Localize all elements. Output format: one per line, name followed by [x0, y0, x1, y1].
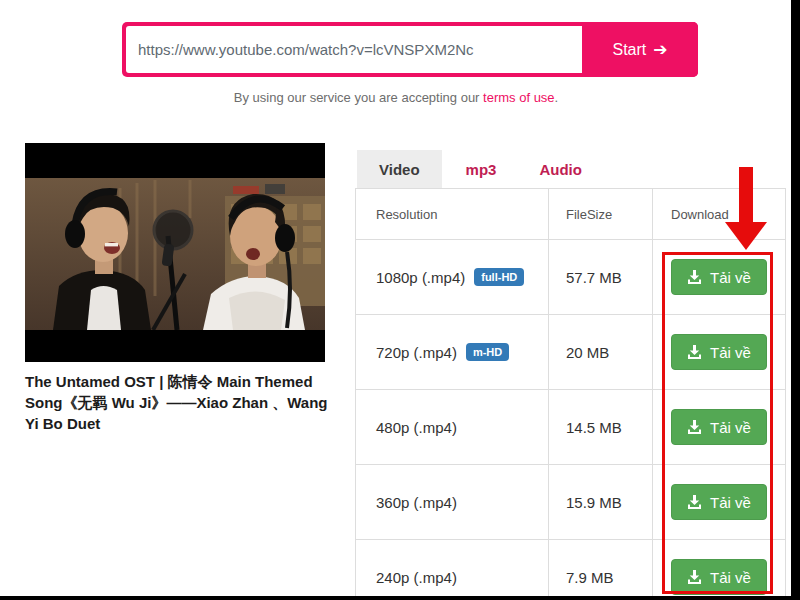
- annotation-arrow-head: [725, 222, 767, 250]
- filesize-cell: 14.5 MB: [566, 419, 622, 436]
- header-resolution: Resolution: [356, 189, 549, 239]
- start-button[interactable]: Start ➔: [582, 22, 698, 77]
- header-filesize: FileSize: [549, 189, 653, 239]
- filesize-cell: 15.9 MB: [566, 494, 622, 511]
- screen-edge-bottom: [0, 596, 800, 600]
- annotation-arrow-shaft: [739, 167, 753, 223]
- start-button-label: Start: [612, 41, 646, 59]
- quality-badge: full-HD: [474, 268, 524, 286]
- filesize-cell: 20 MB: [566, 344, 609, 361]
- resolution-cell: 1080p (.mp4): [376, 269, 465, 286]
- terms-of-use-link[interactable]: terms of use: [483, 90, 555, 105]
- resolution-cell: 720p (.mp4): [376, 344, 457, 361]
- resolution-cell: 240p (.mp4): [376, 569, 457, 586]
- format-tabs: Video mp3 Audio: [357, 150, 582, 188]
- url-input[interactable]: [126, 26, 582, 73]
- video-title: The Untamed OST | 陈情令 Main Themed Song《无…: [25, 371, 331, 434]
- screen-edge-right: [791, 0, 800, 600]
- terms-text-suffix: .: [555, 90, 559, 105]
- table-header-row: Resolution FileSize Download: [356, 189, 785, 240]
- annotation-highlight-rectangle: [662, 252, 773, 594]
- quality-badge: m-HD: [466, 343, 509, 361]
- filesize-cell: 57.7 MB: [566, 269, 622, 286]
- tab-mp3[interactable]: mp3: [466, 150, 497, 188]
- tab-audio[interactable]: Audio: [539, 150, 582, 188]
- terms-notice: By using our service you are accepting o…: [0, 90, 792, 105]
- terms-text-prefix: By using our service you are accepting o…: [234, 90, 483, 105]
- downloader-page: Start ➔ By using our service you are acc…: [0, 0, 800, 600]
- url-search-bar: Start ➔: [122, 22, 698, 77]
- video-thumbnail: [25, 143, 325, 362]
- filesize-cell: 7.9 MB: [566, 569, 614, 586]
- tab-video[interactable]: Video: [357, 150, 442, 188]
- resolution-cell: 360p (.mp4): [376, 494, 457, 511]
- thumbnail-illustration: [25, 143, 325, 362]
- resolution-cell: 480p (.mp4): [376, 419, 457, 436]
- start-arrow-icon: ➔: [653, 41, 667, 58]
